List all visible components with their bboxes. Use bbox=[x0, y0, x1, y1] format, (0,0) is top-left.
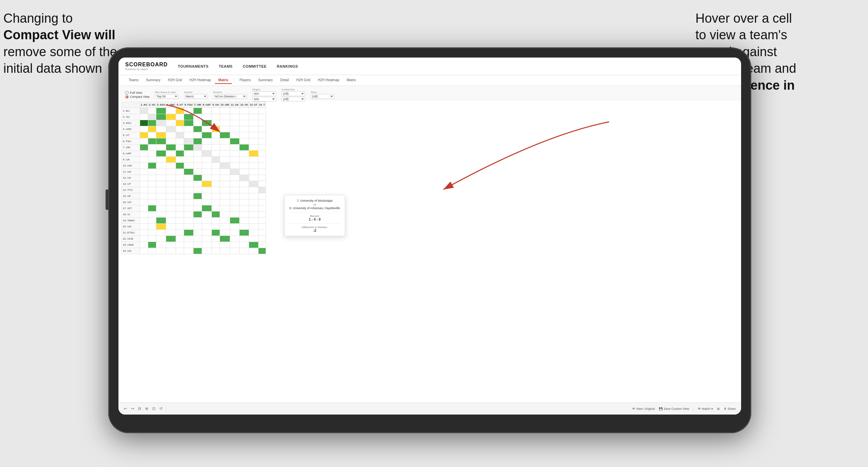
matrix-cell[interactable] bbox=[230, 163, 239, 169]
matrix-cell[interactable] bbox=[166, 175, 176, 181]
matrix-cell[interactable] bbox=[193, 151, 202, 157]
matrix-cell[interactable] bbox=[220, 169, 230, 175]
matrix-cell[interactable] bbox=[184, 199, 193, 205]
matrix-cell[interactable] bbox=[249, 151, 259, 157]
matrix-cell[interactable] bbox=[184, 205, 193, 212]
matrix-cell[interactable] bbox=[148, 126, 156, 132]
matrix-cell[interactable] bbox=[240, 151, 249, 157]
matrix-cell[interactable] bbox=[193, 169, 202, 175]
matrix-cell[interactable] bbox=[193, 157, 202, 163]
matrix-cell[interactable] bbox=[148, 114, 156, 120]
matrix-cell[interactable] bbox=[156, 181, 166, 187]
matrix-cell[interactable] bbox=[240, 144, 249, 151]
matrix-cell[interactable] bbox=[156, 242, 166, 248]
matrix-cell[interactable] bbox=[230, 205, 239, 212]
matrix-cell[interactable] bbox=[148, 151, 156, 157]
matrix-cell[interactable] bbox=[249, 242, 259, 248]
matrix-cell[interactable] bbox=[156, 230, 166, 236]
matrix-cell[interactable] bbox=[249, 193, 259, 199]
matrix-cell[interactable] bbox=[176, 126, 184, 132]
matrix-cell[interactable] bbox=[193, 175, 202, 181]
matrix-cell[interactable] bbox=[220, 114, 230, 120]
matrix-cell[interactable] bbox=[202, 205, 212, 212]
matrix-cell[interactable] bbox=[249, 126, 259, 132]
nav-rankings[interactable]: RANKINGS bbox=[277, 63, 298, 70]
matrix-cell[interactable] bbox=[202, 230, 212, 236]
refresh-icon[interactable]: ↺ bbox=[159, 406, 162, 411]
matrix-cell[interactable] bbox=[184, 193, 193, 199]
matrix-cell[interactable] bbox=[148, 218, 156, 224]
matrix-cell[interactable] bbox=[140, 132, 148, 138]
matrix-cell[interactable] bbox=[249, 218, 259, 224]
matrix-cell[interactable] bbox=[176, 181, 184, 187]
matrix-cell[interactable] bbox=[156, 205, 166, 212]
full-view-radio-btn[interactable] bbox=[125, 91, 129, 94]
matrix-cell[interactable] bbox=[249, 230, 259, 236]
matrix-cell[interactable] bbox=[202, 175, 212, 181]
full-view-radio[interactable]: Full View bbox=[125, 91, 150, 94]
matrix-cell[interactable] bbox=[249, 187, 259, 193]
matrix-cell[interactable] bbox=[230, 236, 239, 242]
matrix-cell[interactable] bbox=[193, 248, 202, 254]
matrix-cell[interactable] bbox=[212, 114, 220, 120]
matrix-cell[interactable] bbox=[148, 157, 156, 163]
matrix-cell[interactable] bbox=[258, 138, 266, 144]
matrix-cell[interactable] bbox=[140, 242, 148, 248]
matrix-cell[interactable] bbox=[193, 114, 202, 120]
matrix-cell[interactable] bbox=[240, 169, 249, 175]
matrix-cell[interactable] bbox=[240, 230, 249, 236]
matrix-cell[interactable] bbox=[230, 199, 239, 205]
matrix-cell[interactable] bbox=[166, 181, 176, 187]
matrix-cell[interactable] bbox=[140, 120, 148, 126]
matrix-cell[interactable] bbox=[230, 157, 239, 163]
matrix-cell[interactable] bbox=[202, 236, 212, 242]
matrix-cell[interactable] bbox=[202, 181, 212, 187]
matrix-cell[interactable] bbox=[148, 144, 156, 151]
matrix-cell[interactable] bbox=[148, 236, 156, 242]
matrix-cell[interactable] bbox=[166, 230, 176, 236]
matrix-cell[interactable] bbox=[148, 132, 156, 138]
matrix-cell[interactable] bbox=[148, 248, 156, 254]
subnav-h2h-heatmap-1[interactable]: H2H Heatmap bbox=[186, 77, 214, 84]
matrix-cell[interactable] bbox=[184, 151, 193, 157]
matrix-cell[interactable] bbox=[193, 224, 202, 230]
matrix-cell[interactable] bbox=[220, 199, 230, 205]
matrix-cell[interactable] bbox=[220, 144, 230, 151]
matrix-cell[interactable] bbox=[212, 242, 220, 248]
matrix-cell[interactable] bbox=[193, 120, 202, 126]
matrix-cell[interactable] bbox=[176, 157, 184, 163]
matrix-cell[interactable] bbox=[140, 187, 148, 193]
matrix-cell[interactable] bbox=[212, 120, 220, 126]
subnav-players[interactable]: Players bbox=[236, 77, 254, 84]
matrix-cell[interactable] bbox=[249, 199, 259, 205]
matrix-cell[interactable] bbox=[220, 242, 230, 248]
matrix-cell[interactable] bbox=[220, 230, 230, 236]
matrix-cell[interactable] bbox=[176, 230, 184, 236]
matrix-cell[interactable] bbox=[240, 120, 249, 126]
matrix-cell[interactable] bbox=[202, 193, 212, 199]
matrix-cell[interactable] bbox=[212, 181, 220, 187]
matrix-cell[interactable] bbox=[148, 224, 156, 230]
nav-tournaments[interactable]: TOURNAMENTS bbox=[178, 63, 209, 70]
matrix-cell[interactable] bbox=[176, 144, 184, 151]
matrix-cell[interactable] bbox=[230, 169, 239, 175]
matrix-cell[interactable] bbox=[258, 157, 266, 163]
matrix-cell[interactable] bbox=[140, 163, 148, 169]
matrix-cell[interactable] bbox=[202, 108, 212, 114]
matrix-cell[interactable] bbox=[176, 120, 184, 126]
matrix-cell[interactable] bbox=[249, 175, 259, 181]
matrix-cell[interactable] bbox=[140, 199, 148, 205]
matrix-cell[interactable] bbox=[184, 169, 193, 175]
matrix-cell[interactable] bbox=[156, 218, 166, 224]
gender-select[interactable]: Men's bbox=[184, 94, 208, 99]
matrix-cell[interactable] bbox=[258, 108, 266, 114]
matrix-cell[interactable] bbox=[193, 132, 202, 138]
matrix-cell[interactable] bbox=[184, 163, 193, 169]
matrix-cell[interactable] bbox=[140, 126, 148, 132]
matrix-cell[interactable] bbox=[193, 126, 202, 132]
matrix-cell[interactable] bbox=[230, 224, 239, 230]
matrix-cell[interactable] bbox=[140, 230, 148, 236]
matrix-cell[interactable] bbox=[140, 236, 148, 242]
matrix-cell[interactable] bbox=[202, 126, 212, 132]
matrix-cell[interactable] bbox=[184, 187, 193, 193]
